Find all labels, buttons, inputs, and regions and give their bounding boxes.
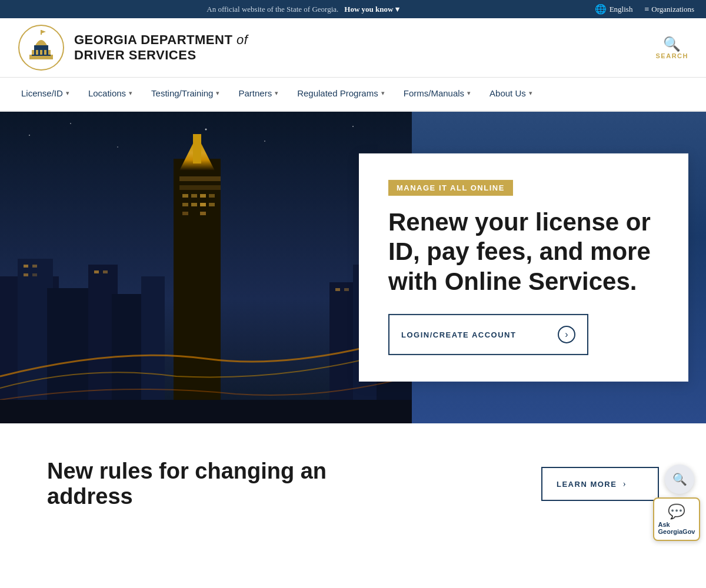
svg-rect-45 [209, 194, 215, 198]
svg-rect-39 [193, 134, 201, 163]
how-you-know-link[interactable]: How you know ▾ [344, 5, 399, 14]
bottom-white-space [0, 544, 706, 588]
svg-rect-44 [200, 194, 206, 198]
dept-name-line2: DRIVER SERVICES [74, 48, 248, 63]
svg-rect-34 [344, 288, 349, 291]
svg-rect-4 [32, 50, 34, 55]
chevron-down-icon: ▾ [529, 89, 532, 97]
search-label: SEARCH [656, 52, 688, 59]
ask-georgiagov-chat-button[interactable]: 💬 Ask GeorgiaGov [653, 497, 700, 541]
svg-marker-10 [41, 30, 46, 34]
language-label: English [610, 5, 633, 14]
svg-rect-47 [191, 203, 197, 206]
nav-item-forms-manuals[interactable]: Forms/Manuals ▾ [394, 78, 480, 111]
login-button-label: LOGIN/CREATE ACCOUNT [401, 330, 516, 339]
svg-rect-46 [182, 203, 188, 206]
chevron-down-icon: ▾ [467, 89, 471, 97]
svg-rect-29 [24, 273, 28, 276]
manage-badge: MANAGE IT ALL ONLINE [388, 180, 513, 196]
search-button[interactable]: 🔍 SEARCH [656, 36, 688, 59]
main-nav: License/ID ▾ Locations ▾ Testing/Trainin… [0, 78, 706, 112]
how-you-know-label: How you know [344, 5, 393, 14]
chevron-down-icon: ▾ [395, 5, 399, 14]
svg-rect-41 [179, 185, 221, 190]
svg-rect-31 [94, 270, 99, 273]
chevron-down-icon: ▾ [216, 89, 219, 97]
arrow-right-icon: › [622, 479, 625, 489]
learn-more-button[interactable]: LEARN MORE › [541, 467, 659, 501]
svg-rect-48 [200, 203, 206, 206]
svg-rect-33 [335, 288, 340, 291]
svg-rect-6 [40, 50, 42, 55]
chat-icon: 💬 [668, 503, 685, 520]
svg-rect-37 [174, 159, 221, 423]
svg-rect-30 [32, 273, 37, 276]
login-create-account-button[interactable]: LOGIN/CREATE ACCOUNT › [388, 314, 588, 355]
organizations-link[interactable]: ≡ Organizations [644, 5, 694, 14]
nav-item-about-us[interactable]: About Us ▾ [480, 78, 542, 111]
svg-point-14 [117, 146, 118, 148]
bottom-heading: New rules for changing an address [47, 459, 400, 509]
nav-item-locations[interactable]: Locations ▾ [79, 78, 142, 111]
top-bar: An official website of the State of Geor… [0, 0, 706, 18]
svg-rect-50 [182, 212, 188, 215]
svg-rect-52 [0, 400, 412, 423]
svg-rect-27 [24, 265, 28, 268]
official-notice: An official website of the State of Geor… [12, 5, 595, 14]
language-selector[interactable]: 🌐 English [595, 4, 633, 15]
hero-heading: Renew your license or ID, pay fees, and … [388, 208, 659, 296]
svg-point-17 [352, 126, 354, 127]
site-header: GEORGIA DEPARTMENT of DRIVER SERVICES 🔍 … [0, 18, 706, 78]
list-icon: ≡ [644, 5, 648, 14]
globe-icon: 🌐 [595, 4, 607, 15]
floating-search-button[interactable]: 🔍 [665, 465, 694, 494]
hero-card: MANAGE IT ALL ONLINE Renew your license … [359, 153, 688, 382]
site-title: GEORGIA DEPARTMENT of DRIVER SERVICES [74, 32, 248, 63]
svg-point-16 [264, 141, 265, 142]
search-icon: 🔍 [672, 472, 687, 486]
svg-rect-32 [103, 270, 108, 273]
svg-rect-43 [191, 194, 197, 198]
chat-label: Ask GeorgiaGov [658, 521, 695, 535]
department-logo[interactable] [18, 24, 65, 71]
learn-more-label: LEARN MORE [557, 480, 617, 489]
svg-rect-28 [32, 265, 37, 268]
svg-rect-8 [48, 50, 51, 55]
nav-item-regulated-programs[interactable]: Regulated Programs ▾ [288, 78, 394, 111]
chevron-down-icon: ▾ [275, 89, 278, 97]
search-icon: 🔍 [663, 36, 681, 52]
svg-point-12 [29, 135, 30, 136]
svg-rect-7 [44, 50, 46, 55]
svg-rect-51 [200, 212, 206, 215]
hero-section: MANAGE IT ALL ONLINE Renew your license … [0, 112, 706, 423]
nav-item-partners[interactable]: Partners ▾ [229, 78, 288, 111]
svg-point-13 [70, 123, 71, 124]
official-text: An official website of the State of Geor… [207, 5, 338, 14]
chevron-down-icon: ▾ [66, 89, 69, 97]
nav-item-testing-training[interactable]: Testing/Training ▾ [142, 78, 229, 111]
nav-item-license-id[interactable]: License/ID ▾ [12, 78, 79, 111]
arrow-right-icon: › [558, 326, 575, 343]
city-skyline [0, 112, 412, 423]
svg-rect-49 [209, 203, 215, 206]
svg-point-15 [205, 129, 207, 131]
chevron-down-icon: ▾ [129, 89, 132, 97]
logo-area: GEORGIA DEPARTMENT of DRIVER SERVICES [18, 24, 248, 71]
svg-rect-5 [36, 50, 38, 55]
svg-rect-42 [182, 194, 188, 198]
svg-rect-40 [179, 176, 221, 181]
top-bar-right: 🌐 English ≡ Organizations [595, 4, 694, 15]
bottom-cta-section: New rules for changing an address LEARN … [0, 423, 706, 544]
organizations-label: Organizations [651, 5, 694, 14]
dept-name-line1: GEORGIA DEPARTMENT of [74, 32, 248, 48]
chevron-down-icon: ▾ [381, 89, 385, 97]
